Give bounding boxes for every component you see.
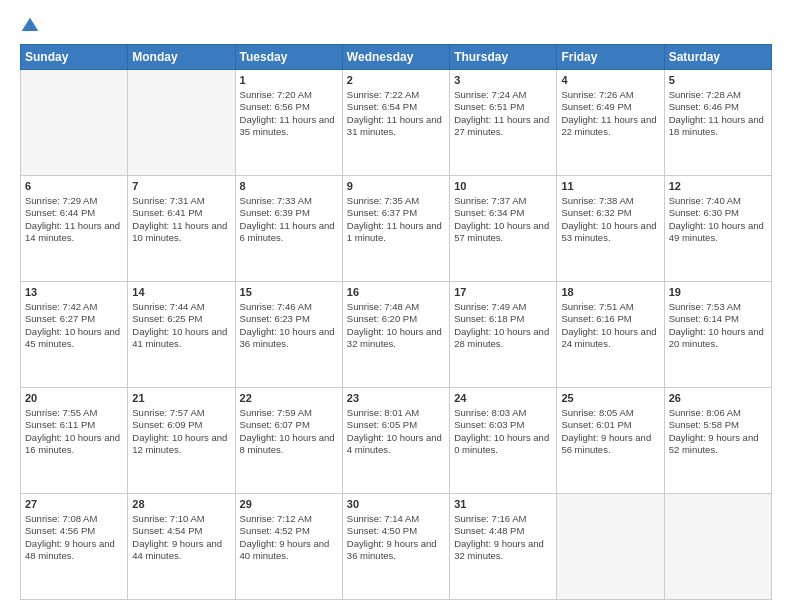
day-number: 9	[347, 179, 445, 194]
calendar-cell: 8Sunrise: 7:33 AM Sunset: 6:39 PM Daylig…	[235, 176, 342, 282]
calendar-cell: 22Sunrise: 7:59 AM Sunset: 6:07 PM Dayli…	[235, 388, 342, 494]
weekday-header-tuesday: Tuesday	[235, 45, 342, 70]
calendar-cell: 25Sunrise: 8:05 AM Sunset: 6:01 PM Dayli…	[557, 388, 664, 494]
day-detail: Sunrise: 7:12 AM Sunset: 4:52 PM Dayligh…	[240, 513, 338, 562]
week-row-2: 6Sunrise: 7:29 AM Sunset: 6:44 PM Daylig…	[21, 176, 772, 282]
day-detail: Sunrise: 7:33 AM Sunset: 6:39 PM Dayligh…	[240, 195, 338, 244]
day-number: 28	[132, 497, 230, 512]
weekday-header-saturday: Saturday	[664, 45, 771, 70]
calendar-cell	[21, 70, 128, 176]
day-detail: Sunrise: 7:29 AM Sunset: 6:44 PM Dayligh…	[25, 195, 123, 244]
day-number: 16	[347, 285, 445, 300]
day-detail: Sunrise: 7:38 AM Sunset: 6:32 PM Dayligh…	[561, 195, 659, 244]
day-number: 11	[561, 179, 659, 194]
logo	[20, 16, 42, 36]
calendar-cell: 11Sunrise: 7:38 AM Sunset: 6:32 PM Dayli…	[557, 176, 664, 282]
day-number: 2	[347, 73, 445, 88]
week-row-5: 27Sunrise: 7:08 AM Sunset: 4:56 PM Dayli…	[21, 494, 772, 600]
calendar-cell: 5Sunrise: 7:28 AM Sunset: 6:46 PM Daylig…	[664, 70, 771, 176]
calendar-cell: 31Sunrise: 7:16 AM Sunset: 4:48 PM Dayli…	[450, 494, 557, 600]
weekday-header-monday: Monday	[128, 45, 235, 70]
svg-marker-0	[22, 18, 39, 31]
day-detail: Sunrise: 7:48 AM Sunset: 6:20 PM Dayligh…	[347, 301, 445, 350]
weekday-header-wednesday: Wednesday	[342, 45, 449, 70]
calendar-cell: 13Sunrise: 7:42 AM Sunset: 6:27 PM Dayli…	[21, 282, 128, 388]
calendar-cell: 1Sunrise: 7:20 AM Sunset: 6:56 PM Daylig…	[235, 70, 342, 176]
day-detail: Sunrise: 7:24 AM Sunset: 6:51 PM Dayligh…	[454, 89, 552, 138]
day-number: 20	[25, 391, 123, 406]
calendar-cell: 24Sunrise: 8:03 AM Sunset: 6:03 PM Dayli…	[450, 388, 557, 494]
week-row-3: 13Sunrise: 7:42 AM Sunset: 6:27 PM Dayli…	[21, 282, 772, 388]
day-number: 13	[25, 285, 123, 300]
day-detail: Sunrise: 7:35 AM Sunset: 6:37 PM Dayligh…	[347, 195, 445, 244]
calendar-cell: 3Sunrise: 7:24 AM Sunset: 6:51 PM Daylig…	[450, 70, 557, 176]
day-detail: Sunrise: 7:42 AM Sunset: 6:27 PM Dayligh…	[25, 301, 123, 350]
week-row-4: 20Sunrise: 7:55 AM Sunset: 6:11 PM Dayli…	[21, 388, 772, 494]
day-number: 23	[347, 391, 445, 406]
day-number: 1	[240, 73, 338, 88]
day-detail: Sunrise: 7:40 AM Sunset: 6:30 PM Dayligh…	[669, 195, 767, 244]
day-number: 19	[669, 285, 767, 300]
calendar-table: SundayMondayTuesdayWednesdayThursdayFrid…	[20, 44, 772, 600]
day-number: 22	[240, 391, 338, 406]
day-number: 27	[25, 497, 123, 512]
day-number: 17	[454, 285, 552, 300]
day-number: 24	[454, 391, 552, 406]
day-detail: Sunrise: 7:46 AM Sunset: 6:23 PM Dayligh…	[240, 301, 338, 350]
day-detail: Sunrise: 7:57 AM Sunset: 6:09 PM Dayligh…	[132, 407, 230, 456]
calendar-cell: 16Sunrise: 7:48 AM Sunset: 6:20 PM Dayli…	[342, 282, 449, 388]
header-row: SundayMondayTuesdayWednesdayThursdayFrid…	[21, 45, 772, 70]
day-detail: Sunrise: 7:08 AM Sunset: 4:56 PM Dayligh…	[25, 513, 123, 562]
day-detail: Sunrise: 7:59 AM Sunset: 6:07 PM Dayligh…	[240, 407, 338, 456]
calendar-cell: 2Sunrise: 7:22 AM Sunset: 6:54 PM Daylig…	[342, 70, 449, 176]
calendar-cell: 30Sunrise: 7:14 AM Sunset: 4:50 PM Dayli…	[342, 494, 449, 600]
day-number: 5	[669, 73, 767, 88]
day-detail: Sunrise: 7:51 AM Sunset: 6:16 PM Dayligh…	[561, 301, 659, 350]
calendar-cell: 28Sunrise: 7:10 AM Sunset: 4:54 PM Dayli…	[128, 494, 235, 600]
day-number: 30	[347, 497, 445, 512]
day-number: 21	[132, 391, 230, 406]
day-detail: Sunrise: 8:03 AM Sunset: 6:03 PM Dayligh…	[454, 407, 552, 456]
day-detail: Sunrise: 7:26 AM Sunset: 6:49 PM Dayligh…	[561, 89, 659, 138]
calendar-cell: 12Sunrise: 7:40 AM Sunset: 6:30 PM Dayli…	[664, 176, 771, 282]
logo-icon	[20, 16, 40, 36]
day-detail: Sunrise: 7:44 AM Sunset: 6:25 PM Dayligh…	[132, 301, 230, 350]
calendar-cell: 23Sunrise: 8:01 AM Sunset: 6:05 PM Dayli…	[342, 388, 449, 494]
weekday-header-thursday: Thursday	[450, 45, 557, 70]
calendar-cell: 21Sunrise: 7:57 AM Sunset: 6:09 PM Dayli…	[128, 388, 235, 494]
weekday-header-sunday: Sunday	[21, 45, 128, 70]
calendar-cell: 15Sunrise: 7:46 AM Sunset: 6:23 PM Dayli…	[235, 282, 342, 388]
day-detail: Sunrise: 7:20 AM Sunset: 6:56 PM Dayligh…	[240, 89, 338, 138]
day-detail: Sunrise: 8:05 AM Sunset: 6:01 PM Dayligh…	[561, 407, 659, 456]
day-number: 7	[132, 179, 230, 194]
calendar-cell	[128, 70, 235, 176]
day-number: 10	[454, 179, 552, 194]
calendar-cell: 7Sunrise: 7:31 AM Sunset: 6:41 PM Daylig…	[128, 176, 235, 282]
day-number: 14	[132, 285, 230, 300]
day-number: 25	[561, 391, 659, 406]
calendar-cell: 14Sunrise: 7:44 AM Sunset: 6:25 PM Dayli…	[128, 282, 235, 388]
day-number: 26	[669, 391, 767, 406]
day-number: 8	[240, 179, 338, 194]
calendar-cell: 9Sunrise: 7:35 AM Sunset: 6:37 PM Daylig…	[342, 176, 449, 282]
day-number: 31	[454, 497, 552, 512]
day-detail: Sunrise: 7:16 AM Sunset: 4:48 PM Dayligh…	[454, 513, 552, 562]
day-number: 18	[561, 285, 659, 300]
day-detail: Sunrise: 7:31 AM Sunset: 6:41 PM Dayligh…	[132, 195, 230, 244]
calendar-cell: 19Sunrise: 7:53 AM Sunset: 6:14 PM Dayli…	[664, 282, 771, 388]
calendar-cell: 20Sunrise: 7:55 AM Sunset: 6:11 PM Dayli…	[21, 388, 128, 494]
day-detail: Sunrise: 7:55 AM Sunset: 6:11 PM Dayligh…	[25, 407, 123, 456]
calendar-cell: 18Sunrise: 7:51 AM Sunset: 6:16 PM Dayli…	[557, 282, 664, 388]
day-detail: Sunrise: 7:10 AM Sunset: 4:54 PM Dayligh…	[132, 513, 230, 562]
week-row-1: 1Sunrise: 7:20 AM Sunset: 6:56 PM Daylig…	[21, 70, 772, 176]
calendar-cell: 26Sunrise: 8:06 AM Sunset: 5:58 PM Dayli…	[664, 388, 771, 494]
calendar-cell: 10Sunrise: 7:37 AM Sunset: 6:34 PM Dayli…	[450, 176, 557, 282]
day-detail: Sunrise: 8:06 AM Sunset: 5:58 PM Dayligh…	[669, 407, 767, 456]
day-detail: Sunrise: 8:01 AM Sunset: 6:05 PM Dayligh…	[347, 407, 445, 456]
day-number: 4	[561, 73, 659, 88]
page: SundayMondayTuesdayWednesdayThursdayFrid…	[0, 0, 792, 612]
calendar-cell: 4Sunrise: 7:26 AM Sunset: 6:49 PM Daylig…	[557, 70, 664, 176]
day-detail: Sunrise: 7:37 AM Sunset: 6:34 PM Dayligh…	[454, 195, 552, 244]
day-number: 15	[240, 285, 338, 300]
calendar-cell: 17Sunrise: 7:49 AM Sunset: 6:18 PM Dayli…	[450, 282, 557, 388]
